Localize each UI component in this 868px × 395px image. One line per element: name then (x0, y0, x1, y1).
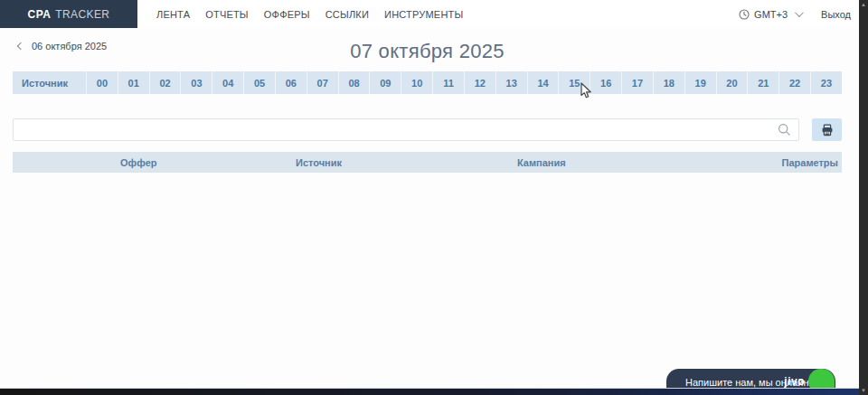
scroll-down-arrow-icon[interactable]: ▼ (859, 386, 868, 395)
hour-column-10: 10 (401, 71, 432, 94)
hour-column-14: 14 (527, 71, 559, 94)
page-content: 06 октября 2025 07 октября 2025 Источник… (13, 28, 842, 173)
search-icon (778, 123, 791, 136)
print-icon (821, 124, 834, 136)
hour-column-18: 18 (653, 71, 684, 94)
hour-column-17: 17 (621, 71, 653, 94)
menu-item-tools[interactable]: ИНСТРУМЕНТЫ (384, 9, 463, 20)
report-table-header: Оффер Источник Кампания Параметры (13, 152, 842, 173)
menu-item-offers[interactable]: ОФФЕРЫ (264, 9, 310, 20)
hour-column-15: 15 (558, 71, 590, 94)
hour-column-09: 09 (369, 71, 401, 94)
hour-column-04: 04 (212, 71, 243, 94)
jivo-logo: jivo (784, 375, 805, 388)
bottom-edge-bar (0, 388, 868, 395)
search-input[interactable] (13, 118, 799, 141)
previous-date-label: 06 октября 2025 (32, 41, 107, 52)
hour-column-01: 01 (118, 71, 149, 94)
date-bar: 06 октября 2025 07 октября 2025 (13, 28, 842, 61)
hour-column-12: 12 (464, 71, 495, 94)
app-logo-rest: TRACKER (55, 8, 109, 21)
hour-column-23: 23 (810, 71, 842, 94)
menu-item-feed[interactable]: ЛЕНТА (156, 9, 190, 20)
hour-column-13: 13 (495, 71, 527, 94)
export-button[interactable] (812, 118, 842, 141)
report-column-campaign: Кампания (517, 157, 760, 168)
hour-column-02: 02 (149, 71, 181, 94)
hour-column-08: 08 (338, 71, 370, 94)
search-row (13, 118, 842, 141)
hour-column-05: 05 (243, 71, 275, 94)
top-navigation-bar: CPA TRACKER ЛЕНТА ОТЧЕТЫ ОФФЕРЫ ССЫЛКИ И… (0, 0, 868, 28)
main-menu: ЛЕНТА ОТЧЕТЫ ОФФЕРЫ ССЫЛКИ ИНСТРУМЕНТЫ (156, 0, 463, 28)
previous-date-link[interactable]: 06 октября 2025 (18, 41, 107, 52)
app-logo[interactable]: CPA TRACKER (0, 0, 137, 28)
hour-column-06: 06 (275, 71, 307, 94)
report-column-offer: Оффер (120, 157, 296, 168)
clock-icon (739, 9, 750, 20)
hour-column-22: 22 (778, 71, 810, 94)
vertical-scrollbar[interactable]: ▲ ▼ (859, 0, 868, 395)
report-column-source: Источник (296, 157, 517, 168)
hour-column-20: 20 (716, 71, 748, 94)
topbar-right: GMT+3 Выход (739, 0, 859, 28)
timezone-label: GMT+3 (754, 9, 788, 20)
logout-button[interactable]: Выход (821, 9, 851, 20)
hour-column-21: 21 (747, 71, 778, 94)
hour-column-11: 11 (432, 71, 464, 94)
chevron-left-icon (17, 42, 24, 50)
hour-column-19: 19 (684, 71, 716, 94)
hour-column-16: 16 (590, 71, 621, 94)
scroll-up-arrow-icon[interactable]: ▲ (859, 0, 868, 9)
report-column-params: Параметры (760, 157, 842, 168)
hour-column-00: 00 (86, 71, 118, 94)
chevron-down-icon (795, 8, 804, 17)
hours-source-header: Источник (13, 71, 86, 94)
menu-item-links[interactable]: ССЫЛКИ (326, 9, 369, 20)
menu-item-reports[interactable]: ОТЧЕТЫ (205, 9, 249, 20)
hour-column-03: 03 (180, 71, 212, 94)
app-logo-bold: CPA (28, 8, 52, 21)
search-field-wrapper (13, 118, 799, 141)
hours-header-row: Источник 00 01 02 03 04 05 06 07 08 09 1… (13, 71, 842, 94)
hour-column-07: 07 (307, 71, 338, 94)
page-title: 07 октября 2025 (13, 40, 842, 63)
timezone-dropdown[interactable]: GMT+3 (739, 9, 801, 20)
